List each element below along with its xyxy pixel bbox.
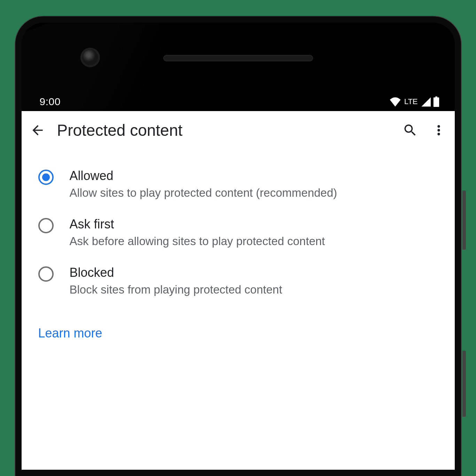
app-bar: Protected content [22,111,455,149]
page-title: Protected content [57,121,391,140]
device-side-button [462,190,466,250]
battery-icon [433,96,439,107]
option-blocked[interactable]: Blocked Block sites from playing protect… [38,257,438,305]
option-allowed[interactable]: Allowed Allow sites to play protected co… [38,160,438,208]
option-title: Allowed [70,167,438,185]
option-desc: Ask before allowing sites to play protec… [70,234,438,249]
screen: Protected content Allowed Allow sites to… [22,111,455,470]
option-desc: Allow sites to play protected content (r… [70,185,438,201]
signal-icon [421,97,431,107]
option-title: Ask first [70,216,438,233]
camera-lens [83,50,98,65]
wifi-icon [389,97,401,107]
status-time: 9:00 [40,96,61,108]
search-icon [403,123,418,138]
content-area: Allowed Allow sites to play protected co… [22,149,455,341]
device-inner: 9:00 LTE Protected content [22,23,455,470]
back-button[interactable] [29,121,47,139]
device-side-button [462,351,466,417]
radio-icon [38,170,54,185]
arrow-back-icon [30,123,45,138]
status-icons: LTE [389,96,439,107]
option-desc: Block sites from playing protected conte… [70,282,438,298]
speaker-grille [163,55,313,61]
search-button[interactable] [401,121,419,139]
more-button[interactable] [430,121,448,139]
network-label: LTE [404,97,418,106]
status-bar: 9:00 LTE [22,92,455,111]
radio-icon [38,218,54,233]
more-vert-icon [431,123,446,138]
radio-icon [38,266,54,282]
option-ask-first[interactable]: Ask first Ask before allowing sites to p… [38,208,438,257]
learn-more-link[interactable]: Learn more [38,326,102,341]
device-frame: 9:00 LTE Protected content [15,16,461,476]
option-title: Blocked [70,264,438,281]
